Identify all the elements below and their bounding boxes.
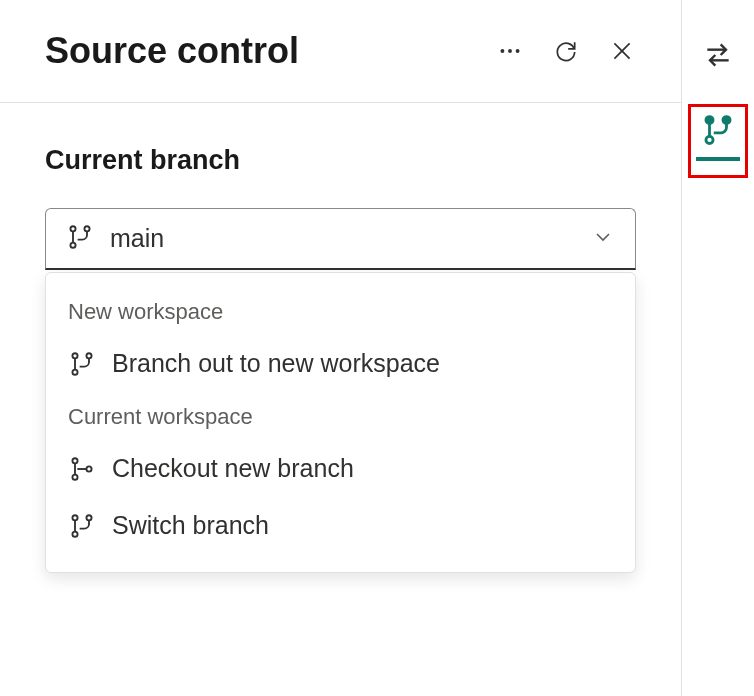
- svg-point-10: [72, 369, 77, 374]
- branch-dropdown-menu: New workspace Branch out to new workspac…: [45, 272, 636, 573]
- svg-point-17: [72, 515, 77, 520]
- dropdown-group-new-workspace: New workspace: [46, 287, 635, 335]
- svg-point-2: [516, 49, 520, 53]
- rail-source-control-button[interactable]: [688, 104, 748, 178]
- selected-branch-value: main: [110, 224, 591, 253]
- rail-active-indicator: [696, 157, 740, 161]
- panel-title: Source control: [45, 30, 496, 72]
- svg-point-21: [706, 117, 713, 124]
- svg-point-11: [86, 353, 91, 358]
- svg-point-6: [70, 242, 75, 247]
- branch-plus-icon: [68, 455, 96, 483]
- refresh-button[interactable]: [552, 37, 580, 65]
- svg-point-22: [706, 136, 713, 143]
- dropdown-item-label: Switch branch: [112, 511, 269, 540]
- refresh-icon: [553, 38, 579, 64]
- svg-point-14: [72, 474, 77, 479]
- dropdown-group-current-workspace: Current workspace: [46, 392, 635, 440]
- panel-header: Source control: [0, 0, 681, 103]
- close-button[interactable]: [608, 37, 636, 65]
- svg-point-13: [72, 458, 77, 463]
- sync-arrows-icon: [702, 39, 734, 71]
- svg-point-5: [70, 226, 75, 231]
- git-branch-icon: [701, 113, 735, 147]
- svg-point-16: [86, 466, 91, 471]
- source-control-panel: Source control: [0, 0, 682, 696]
- dropdown-item-branch-out[interactable]: Branch out to new workspace: [46, 335, 635, 392]
- dropdown-item-switch-branch[interactable]: Switch branch: [46, 497, 635, 554]
- svg-point-9: [72, 353, 77, 358]
- svg-point-23: [723, 117, 730, 124]
- header-actions: [496, 37, 636, 65]
- svg-point-0: [500, 49, 504, 53]
- branch-icon: [68, 512, 96, 540]
- dropdown-item-label: Checkout new branch: [112, 454, 354, 483]
- svg-point-7: [84, 226, 89, 231]
- dropdown-item-label: Branch out to new workspace: [112, 349, 440, 378]
- close-icon: [609, 38, 635, 64]
- panel-content: Current branch main New workspace: [0, 103, 681, 615]
- current-branch-label: Current branch: [45, 145, 636, 176]
- svg-point-19: [86, 515, 91, 520]
- right-rail: [682, 0, 754, 696]
- branch-icon: [68, 350, 96, 378]
- branch-selector[interactable]: main: [45, 208, 636, 270]
- rail-sync-button[interactable]: [693, 30, 743, 80]
- branch-icon: [66, 223, 94, 255]
- svg-point-1: [508, 49, 512, 53]
- chevron-down-icon: [591, 225, 615, 253]
- more-options-button[interactable]: [496, 37, 524, 65]
- dropdown-item-checkout-new-branch[interactable]: Checkout new branch: [46, 440, 635, 497]
- ellipsis-icon: [497, 38, 523, 64]
- svg-point-18: [72, 531, 77, 536]
